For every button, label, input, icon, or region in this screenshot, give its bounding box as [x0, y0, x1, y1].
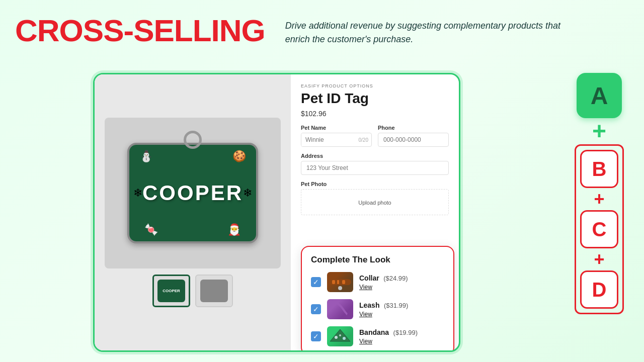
ctl-title: Complete The Look: [311, 255, 444, 265]
icon-box-a: A: [577, 73, 622, 118]
thumbnail-row: COOPER: [152, 275, 233, 307]
icon-box-d: D: [580, 270, 618, 309]
icon-box-c: C: [580, 210, 618, 248]
upload-label: Upload photo: [358, 200, 391, 206]
icon-letter-d: D: [592, 279, 607, 301]
bandana-checkbox[interactable]: ✓: [311, 331, 321, 341]
tag-ring: [184, 131, 202, 149]
page-title: CROSS-SELLING: [15, 15, 265, 46]
thumbnail-2[interactable]: [195, 275, 233, 307]
phone-input[interactable]: [378, 133, 449, 147]
product-title: Pet ID Tag: [301, 90, 449, 107]
svg-rect-4: [342, 280, 345, 284]
svg-point-8: [335, 336, 338, 339]
tag-cooper-text: COOPER: [142, 181, 243, 205]
deco-snowflake-left: ❄: [133, 187, 142, 200]
pet-name-input[interactable]: [301, 133, 356, 146]
bandana-price: ($19.99): [393, 329, 418, 336]
leash-info: Leash ($31.99) View: [359, 301, 444, 318]
leash-view-link[interactable]: View: [359, 311, 444, 318]
svg-point-10: [343, 337, 346, 340]
collar-name: Collar: [359, 274, 379, 282]
bandana-image: [327, 326, 353, 346]
char-counter: 0/20: [356, 137, 371, 143]
collar-info: Collar ($24.99) View: [359, 274, 444, 291]
complete-the-look-card: Complete The Look ✓: [301, 246, 454, 350]
product-image-area: ⛄ 🍪 🍬 🎅 ❄ ❄ COOPER COOPER: [95, 74, 291, 350]
deco-candy: 🍬: [144, 223, 158, 236]
product-card: ⛄ 🍪 🍬 🎅 ❄ ❄ COOPER COOPER: [93, 73, 460, 352]
address-input[interactable]: [301, 161, 449, 175]
pet-tag-illustration: ⛄ 🍪 🍬 🎅 ❄ ❄ COOPER: [117, 128, 268, 258]
ctl-item-leash: ✓ Leash ($31.99) View: [311, 299, 444, 319]
collar-checkbox[interactable]: ✓: [311, 277, 321, 287]
bandana-name: Bandana: [359, 328, 389, 336]
plus-red-1: +: [594, 190, 604, 208]
icon-letter-c: C: [592, 218, 607, 241]
right-sidebar-icons: A + B + C + D: [575, 73, 624, 314]
upload-photo-area[interactable]: Upload photo: [301, 189, 449, 215]
leash-price: ($31.99): [384, 302, 408, 309]
ctl-item-collar: ✓ Collar ($24.99) V: [311, 272, 444, 292]
thumb-tag-2: [200, 280, 228, 302]
deco-santa: 🎅: [227, 223, 241, 236]
svg-point-1: [338, 286, 342, 290]
collar-image: [327, 272, 353, 292]
bandana-info: Bandana ($19.99) View: [359, 328, 444, 345]
product-info: EASIFY PRODUCT OPTIONS Pet ID Tag $102.9…: [291, 74, 459, 350]
header-description: Drive additional revenue by suggesting c…: [285, 15, 562, 46]
collar-price: ($24.99): [383, 275, 408, 282]
tag-body: ⛄ 🍪 🍬 🎅 ❄ ❄ COOPER: [127, 143, 258, 243]
svg-rect-6: [347, 313, 351, 317]
ctl-item-bandana: ✓ Bandana ($19.99) View: [311, 326, 444, 346]
product-price: $102.96: [301, 110, 449, 118]
red-bracket-group: B + C + D: [575, 144, 624, 314]
product-section: ⛄ 🍪 🍬 🎅 ❄ ❄ COOPER COOPER: [95, 74, 459, 350]
form-group-phone: Phone: [378, 125, 449, 147]
svg-rect-3: [337, 280, 339, 284]
thumb-tag-1: COOPER: [157, 280, 185, 302]
phone-label: Phone: [378, 125, 449, 131]
deco-snowflake-right: ❄: [243, 187, 252, 200]
form-group-address: Address: [301, 153, 449, 175]
icon-letter-a: A: [591, 82, 608, 110]
product-main-image: ⛄ 🍪 🍬 🎅 ❄ ❄ COOPER: [105, 118, 281, 268]
leash-image: [327, 299, 353, 319]
collar-view-link[interactable]: View: [359, 284, 444, 291]
form-row-name-phone: Pet Name 0/20 Phone: [301, 125, 449, 147]
deco-snowman: ⛄: [139, 150, 153, 163]
thumbnail-1[interactable]: COOPER: [152, 275, 190, 307]
icon-letter-b: B: [592, 158, 607, 180]
form-group-photo: Pet Photo Upload photo: [301, 181, 449, 215]
address-label: Address: [301, 153, 449, 159]
plus-green-1: +: [592, 119, 606, 143]
form-group-pet-name: Pet Name 0/20: [301, 125, 372, 147]
pet-name-input-wrapper[interactable]: 0/20: [301, 133, 372, 147]
leash-checkbox[interactable]: ✓: [311, 304, 321, 314]
leash-check-icon: ✓: [313, 306, 319, 313]
icon-box-b: B: [580, 150, 618, 188]
svg-point-9: [339, 334, 341, 336]
shop-name: EASIFY PRODUCT OPTIONS: [301, 83, 449, 88]
bandana-view-link[interactable]: View: [359, 338, 444, 345]
photo-label: Pet Photo: [301, 181, 449, 187]
bandana-check-icon: ✓: [313, 333, 319, 340]
leash-name: Leash: [359, 301, 379, 309]
deco-gingerbread: 🍪: [232, 150, 246, 163]
plus-red-2: +: [594, 250, 604, 268]
svg-rect-2: [332, 280, 335, 284]
collar-check-icon: ✓: [313, 279, 319, 286]
header: CROSS-SELLING Drive additional revenue b…: [15, 15, 629, 46]
pet-name-label: Pet Name: [301, 125, 372, 131]
